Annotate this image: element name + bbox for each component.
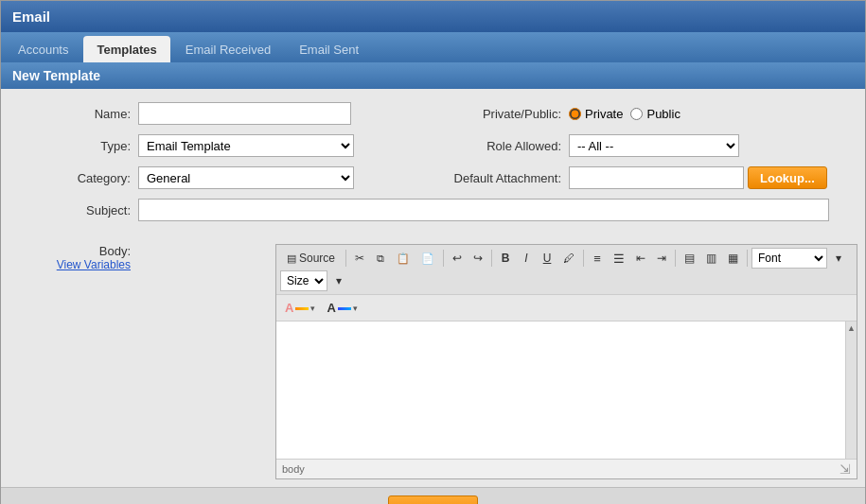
private-public-row: Private/Public: Private Public <box>436 100 865 127</box>
public-radio-label[interactable]: Public <box>630 107 680 121</box>
section-header: New Template <box>1 62 865 89</box>
type-label: Type: <box>1 139 138 153</box>
chevron-down-icon: ▾ <box>836 252 841 265</box>
bold-button[interactable]: B <box>496 248 515 269</box>
save-bar: Save <box>1 487 865 504</box>
cut-button[interactable]: ✂ <box>350 248 369 269</box>
italic-icon: I <box>524 252 527 265</box>
sep-4 <box>583 250 584 267</box>
background-color-button[interactable]: A ▾ <box>280 298 320 318</box>
cut-icon: ✂ <box>355 252 364 265</box>
editor-container: ▤ Source ✂ ⧉ 📋 <box>275 244 857 479</box>
source-button[interactable]: ▤ Source <box>280 248 342 269</box>
subject-row: Subject: <box>1 197 865 223</box>
redo-button[interactable]: ↪ <box>468 248 487 269</box>
tab-email-sent[interactable]: Email Sent <box>286 36 372 62</box>
align-center-icon: ▥ <box>706 252 716 265</box>
role-allowed-row: Role Allowed: -- All -- <box>436 132 865 159</box>
source-icon: ▤ <box>287 252 296 265</box>
category-row: Category: General <box>1 165 436 191</box>
sep-6 <box>747 250 748 267</box>
right-section: Private/Public: Private Public <box>436 100 865 197</box>
editor-footer: body ⇲ <box>276 459 857 478</box>
private-radio[interactable] <box>569 108 581 120</box>
tab-accounts[interactable]: Accounts <box>5 36 81 62</box>
role-allowed-select[interactable]: -- All -- <box>569 134 739 157</box>
underline-icon: U <box>543 252 552 265</box>
body-label-area: Body: View Variables <box>1 244 138 271</box>
scroll-up-arrow-icon[interactable]: ▲ <box>847 323 856 333</box>
size-select[interactable]: Size <box>280 270 327 291</box>
indent-icon: ⇥ <box>657 252 666 265</box>
category-select[interactable]: General <box>138 166 354 189</box>
font-dropdown-arrow[interactable]: ▾ <box>829 248 848 269</box>
view-variables-link[interactable]: View Variables <box>57 258 131 271</box>
name-input[interactable] <box>138 102 351 125</box>
scrollbar[interactable]: ▲ <box>845 322 857 459</box>
unordered-list-button[interactable]: ☰ <box>609 248 629 269</box>
resize-handle-icon[interactable]: ⇲ <box>839 461 851 477</box>
default-attachment-row: Default Attachment: Lookup... <box>436 165 865 191</box>
outdent-icon: ⇤ <box>636 252 645 265</box>
body-label: Body: <box>99 244 131 258</box>
editor-body-label: body <box>282 463 305 475</box>
eraser-icon: 🖊 <box>563 252 574 265</box>
copy-icon: ⧉ <box>377 252 384 265</box>
italic-button[interactable]: I <box>517 248 536 269</box>
category-label: Category: <box>1 171 138 185</box>
tab-email-received[interactable]: Email Received <box>172 36 284 62</box>
outdent-button[interactable]: ⇤ <box>631 248 650 269</box>
sep-2 <box>443 250 444 267</box>
editor-main: ▲ <box>276 322 857 459</box>
chevron-down-icon-2: ▾ <box>336 274 342 287</box>
redo-icon: ↪ <box>473 252 483 265</box>
font-color-button[interactable]: A ▾ <box>322 298 362 318</box>
save-button[interactable]: Save <box>388 495 478 504</box>
public-radio[interactable] <box>630 108 643 120</box>
private-public-label: Private/Public: <box>436 107 569 121</box>
ol-icon: ≡ <box>593 252 601 266</box>
bold-icon: B <box>502 252 510 265</box>
editor-body[interactable] <box>276 322 845 459</box>
role-allowed-label: Role Allowed: <box>436 139 569 153</box>
align-center-button[interactable]: ▥ <box>701 248 721 269</box>
editor-toolbar-1: ▤ Source ✂ ⧉ 📋 <box>276 245 857 295</box>
name-label: Name: <box>1 107 138 121</box>
tab-bar: Accounts Templates Email Received Email … <box>1 32 865 62</box>
align-left-icon: ▤ <box>684 252 695 265</box>
title-bar: Email <box>1 1 865 32</box>
background-color-icon: A <box>285 301 293 315</box>
underline-button[interactable]: U <box>538 248 557 269</box>
font-color-icon: A <box>327 301 335 315</box>
copy-button[interactable]: ⧉ <box>371 248 390 269</box>
paste-icon: 📋 <box>397 252 410 265</box>
tab-templates[interactable]: Templates <box>83 36 169 62</box>
align-right-icon: ▦ <box>728 252 738 265</box>
subject-label: Subject: <box>1 203 138 217</box>
type-select[interactable]: Email Template <box>138 134 354 157</box>
paste-text-button[interactable]: 📄 <box>416 248 439 269</box>
sep-5 <box>675 250 676 267</box>
editor-toolbar-2: A ▾ A ▾ <box>276 295 857 322</box>
background-color-swatch <box>295 307 309 310</box>
subject-input[interactable] <box>138 199 829 221</box>
paste-text-icon: 📄 <box>421 252 434 265</box>
sep-3 <box>491 250 492 267</box>
indent-button[interactable]: ⇥ <box>652 248 671 269</box>
size-dropdown-arrow[interactable]: ▾ <box>329 270 348 291</box>
radio-group: Private Public <box>569 107 680 121</box>
undo-button[interactable]: ↩ <box>448 248 467 269</box>
align-right-button[interactable]: ▦ <box>723 248 743 269</box>
paste-button[interactable]: 📋 <box>392 248 415 269</box>
eraser-button[interactable]: 🖊 <box>558 248 579 269</box>
ordered-list-button[interactable]: ≡ <box>588 248 607 269</box>
sep-1 <box>345 250 346 267</box>
lookup-button[interactable]: Lookup... <box>748 166 827 189</box>
undo-icon: ↩ <box>452 252 462 265</box>
font-color-swatch <box>338 307 351 310</box>
form-two-col: Name: Type: Email Template Category: Gen… <box>1 100 865 197</box>
private-radio-label[interactable]: Private <box>569 107 623 121</box>
font-select[interactable]: Font <box>751 248 827 269</box>
default-attachment-input[interactable] <box>569 166 744 189</box>
align-left-button[interactable]: ▤ <box>680 248 699 269</box>
